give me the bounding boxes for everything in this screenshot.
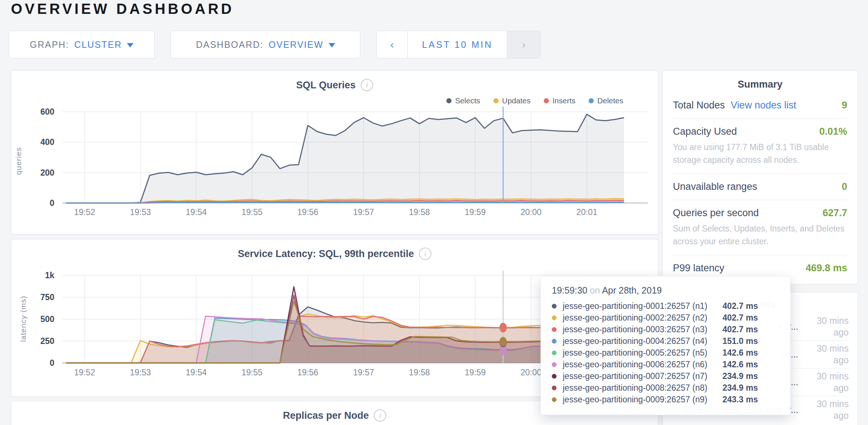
time-next-button[interactable]: ›: [507, 31, 540, 58]
node-dot-icon: [552, 339, 557, 344]
svg-text:250: 250: [40, 336, 54, 346]
svg-text:1k: 1k: [45, 271, 54, 280]
svg-text:19:58: 19:58: [409, 368, 430, 377]
unavailable-ranges-value: 0: [842, 181, 847, 192]
node-dot-icon: [552, 327, 557, 332]
time-range-selector: ‹ LAST 10 MIN ›: [376, 31, 540, 58]
tooltip-row: jesse-geo-partitioning-0008:26257 (n8) 2…: [552, 382, 779, 394]
tooltip-row: jesse-geo-partitioning-0009:26257 (n9) 2…: [552, 394, 779, 405]
svg-text:750: 750: [40, 292, 54, 302]
svg-text:20:00: 20:00: [520, 368, 542, 377]
svg-text:19:53: 19:53: [130, 207, 151, 217]
node-dot-icon: [552, 315, 557, 320]
graph-dropdown-value: CLUSTER: [74, 39, 122, 50]
dashboard-dropdown-value: OVERVIEW: [269, 39, 323, 50]
graph-dropdown-label: GRAPH:: [30, 39, 69, 50]
summary-row-qps: Queries per second 627.7 Sum of Selects,…: [673, 200, 847, 255]
svg-text:19:56: 19:56: [297, 207, 318, 217]
svg-text:20:01: 20:01: [576, 207, 597, 217]
tooltip-row: jesse-geo-partitioning-0002:26257 (n2) 4…: [552, 312, 779, 323]
svg-text:600: 600: [40, 107, 54, 116]
svg-text:19:56: 19:56: [297, 368, 318, 377]
svg-text:0: 0: [50, 198, 54, 208]
chevron-left-icon: ‹: [390, 38, 394, 51]
time-range-label: LAST 10 MIN: [422, 39, 493, 50]
p99-latency-value: 469.8 ms: [806, 263, 847, 274]
svg-text:19:52: 19:52: [74, 368, 95, 377]
tooltip-row: jesse-geo-partitioning-0003:26257 (n3) 4…: [552, 323, 779, 335]
svg-text:500: 500: [40, 314, 54, 324]
svg-text:200: 200: [40, 168, 54, 177]
view-nodes-list-link[interactable]: View nodes list: [731, 100, 797, 111]
svg-text:19:57: 19:57: [353, 368, 374, 377]
dashboard-dropdown[interactable]: DASHBOARD: OVERVIEW: [171, 31, 360, 58]
time-prev-button[interactable]: ‹: [377, 31, 408, 58]
time-range-button[interactable]: LAST 10 MIN: [408, 31, 507, 58]
capacity-value: 0.01%: [819, 126, 847, 137]
svg-text:19:59: 19:59: [465, 207, 486, 217]
svg-text:19:57: 19:57: [353, 207, 374, 217]
node-dot-icon: [552, 374, 557, 379]
summary-row-unavailable: Unavailable ranges 0: [673, 174, 847, 200]
svg-text:19:53: 19:53: [130, 368, 151, 377]
svg-text:19:52: 19:52: [74, 207, 95, 217]
graph-dropdown[interactable]: GRAPH: CLUSTER: [9, 31, 155, 58]
tooltip-row: jesse-geo-partitioning-0006:26257 (n6) 1…: [552, 359, 779, 370]
chart-hover-tooltip: 19:59:30 on Apr 28th, 2019 jesse-geo-par…: [540, 276, 791, 415]
summary-row-total-nodes: Total Nodes View nodes list 9: [673, 92, 847, 119]
svg-text:19:54: 19:54: [186, 368, 207, 377]
svg-text:19:54: 19:54: [186, 207, 207, 217]
tooltip-timestamp: 19:59:30 on Apr 28th, 2019: [552, 285, 779, 296]
tooltip-row: jesse-geo-partitioning-0001:26257 (n1) 4…: [552, 300, 779, 312]
node-dot-icon: [552, 362, 557, 367]
svg-text:19:55: 19:55: [241, 207, 263, 217]
tooltip-row: jesse-geo-partitioning-0004:26257 (n4) 1…: [552, 335, 779, 347]
chevron-down-icon: [127, 43, 133, 47]
tooltip-row: jesse-geo-partitioning-0005:26257 (n5) 1…: [552, 347, 779, 359]
qps-value: 627.7: [822, 207, 847, 219]
node-dot-icon: [552, 397, 557, 402]
page-title: OVERVIEW DASHBOARD: [11, 1, 234, 17]
svg-text:20:00: 20:00: [520, 207, 542, 217]
summary-panel: Summary Total Nodes View nodes list 9 Ca…: [662, 70, 858, 284]
summary-title: Summary: [663, 71, 857, 90]
dashboard-dropdown-label: DASHBOARD:: [196, 39, 263, 50]
svg-text:19:58: 19:58: [409, 207, 430, 217]
info-icon[interactable]: i: [374, 409, 386, 422]
svg-text:19:59: 19:59: [465, 368, 486, 377]
sql-queries-chart[interactable]: 19:5219:5319:5419:5519:5619:5719:5819:59…: [11, 71, 657, 233]
total-nodes-value: 9: [842, 100, 847, 111]
node-dot-icon: [552, 386, 557, 390]
svg-text:0: 0: [50, 358, 54, 368]
sql-queries-card: SQL Queries i Selects Updates Inserts De…: [11, 70, 658, 234]
chevron-right-icon: ›: [522, 38, 526, 51]
node-dot-icon: [552, 351, 557, 355]
replicas-title: Replicas per Node: [283, 410, 369, 421]
tooltip-row: jesse-geo-partitioning-0007:26257 (n7) 2…: [552, 370, 779, 382]
svg-text:19:55: 19:55: [241, 368, 263, 377]
svg-text:400: 400: [40, 137, 54, 147]
node-dot-icon: [552, 304, 557, 309]
summary-row-capacity: Capacity Used 0.01% You are using 177.7 …: [673, 119, 847, 174]
chevron-down-icon: [329, 43, 335, 47]
